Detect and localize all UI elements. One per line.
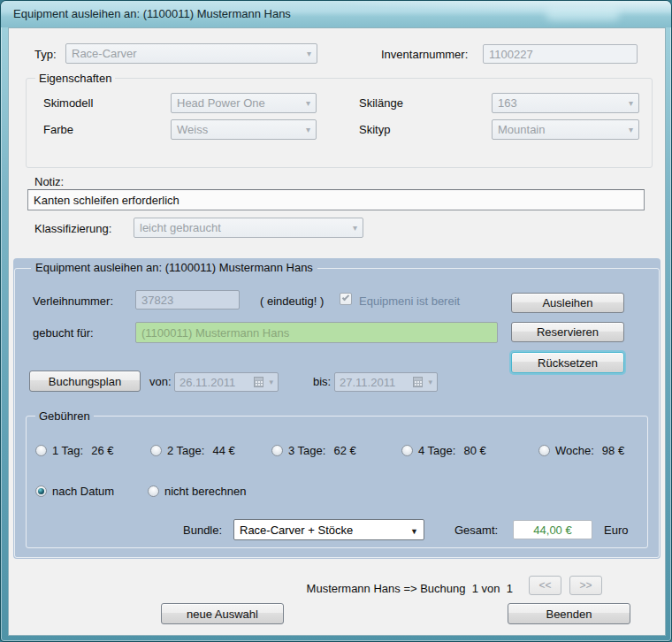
von-label: von:: [149, 375, 172, 388]
bundle-combobox[interactable]: Race-Carver + Stöcke ▼: [233, 519, 424, 540]
notiz-field[interactable]: Kanten schleifen erforderlich: [27, 189, 645, 210]
euro-label: Euro: [604, 524, 628, 537]
nach-datum-label: nach Datum: [52, 485, 114, 498]
verleihnummer-label: Verleihnummer:: [33, 294, 113, 308]
checkmark-icon: [342, 294, 349, 301]
gebucht-fuer-label: gebucht für:: [33, 326, 94, 340]
ausleihen-panel: Equipment ausleihen an: (1100011) Muster…: [13, 258, 661, 559]
nicht-berechnen-label: nicht berechnen: [164, 485, 247, 498]
panel-title: Equipment ausleihen an: (1100011) Muster…: [31, 261, 317, 274]
fee-price: 80 €: [463, 444, 485, 457]
klassifizierung-label: Klassifizierung:: [34, 222, 111, 235]
chevron-down-icon: ▾: [353, 223, 357, 233]
radio-icon: [538, 445, 550, 456]
buchungsplan-button[interactable]: Buchungsplan: [29, 371, 141, 392]
fee-label: Woche:: [555, 444, 594, 457]
skityp-label: Skityp: [359, 123, 390, 136]
notiz-value: Kanten schleifen erforderlich: [34, 194, 179, 207]
chevron-down-icon: ▾: [428, 378, 432, 386]
bereit-checkbox[interactable]: [340, 293, 352, 305]
chevron-down-icon: ▼: [410, 526, 418, 537]
skilaenge-combobox[interactable]: 163 ▾: [492, 93, 639, 113]
radio-icon: [150, 445, 162, 456]
beenden-button[interactable]: Beenden: [508, 603, 630, 624]
fee-price: 98 €: [602, 444, 624, 457]
skityp-value: Mountain: [498, 123, 545, 136]
radio-icon: [35, 445, 47, 456]
verleihnummer-field[interactable]: 37823: [135, 290, 240, 310]
fee-option-3-tage[interactable]: 3 Tage: 62 €: [271, 444, 356, 457]
chevron-down-icon: ▾: [629, 125, 633, 135]
neue-auswahl-button[interactable]: neue Auswahl: [161, 603, 284, 624]
skilaenge-label: Skilänge: [359, 96, 403, 110]
nicht-berechnen-radio[interactable]: nicht berechnen: [148, 485, 247, 498]
ausleihen-button[interactable]: Ausleihen: [511, 293, 624, 313]
inventarnummer-value: 1100227: [489, 48, 533, 61]
radio-icon: [271, 445, 283, 456]
prev-button[interactable]: <<: [529, 576, 561, 595]
skilaenge-value: 163: [498, 96, 517, 110]
calendar-icon: [254, 377, 263, 387]
farbe-label: Farbe: [43, 123, 73, 136]
von-date-value: 26.11.2011: [179, 376, 248, 389]
fee-price: 26 €: [91, 444, 113, 457]
chevron-down-icon: ▾: [307, 49, 311, 59]
gesamt-value: 44,00 €: [533, 524, 571, 537]
typ-combobox[interactable]: Race-Carver ▾: [65, 43, 317, 64]
fee-label: 1 Tag:: [52, 444, 83, 457]
fee-option-1-tag[interactable]: 1 Tag: 26 €: [35, 444, 114, 457]
klassifizierung-combobox[interactable]: leicht gebraucht ▾: [134, 218, 363, 238]
skimodell-label: Skimodell: [43, 96, 93, 110]
verleihnummer-value: 37823: [141, 294, 173, 307]
titlebar[interactable]: Equipment ausleihen an: (1100011) Muster…: [1, 1, 671, 27]
fee-label: 4 Tage:: [418, 444, 455, 457]
bundle-value: Race-Carver + Stöcke: [240, 524, 353, 537]
window-title: Equipment ausleihen an: (1100011) Muster…: [13, 7, 291, 20]
titlebar-blur: [546, 7, 620, 20]
klassifizierung-value: leicht gebraucht: [140, 221, 221, 234]
bis-label: bis:: [313, 375, 331, 388]
fee-option-4-tage[interactable]: 4 Tage: 80 €: [401, 444, 486, 457]
von-datepicker[interactable]: 26.11.2011 ▾: [174, 372, 279, 392]
next-button[interactable]: >>: [569, 576, 602, 595]
fee-price: 44 €: [212, 444, 234, 457]
fee-option-woche[interactable]: Woche: 98 €: [538, 444, 624, 457]
bis-datepicker[interactable]: 27.11.2011 ▾: [334, 372, 438, 392]
fee-label: 3 Tage:: [288, 444, 325, 457]
farbe-combobox[interactable]: Weiss ▾: [171, 119, 317, 140]
radio-icon: [401, 445, 413, 456]
bis-date-value: 27.11.2011: [340, 376, 408, 389]
chevron-down-icon: ▾: [629, 98, 633, 109]
gesamt-field[interactable]: 44,00 €: [513, 520, 592, 539]
gebuehren-groupbox: Gebühren 1 Tag: 26 € 2 Tage: 44 € 3 Tage…: [26, 416, 648, 548]
calendar-icon: [413, 377, 423, 387]
gebucht-fuer-value: (1100011) Mustermann Hans: [141, 326, 289, 340]
gebuehren-title: Gebühren: [35, 409, 94, 423]
skimodell-value: Head Power One: [177, 96, 265, 110]
farbe-value: Weiss: [177, 123, 208, 136]
radio-icon: [148, 485, 159, 497]
fee-label: 2 Tage:: [167, 444, 204, 457]
dialog-window: Equipment ausleihen an: (1100011) Muster…: [0, 0, 672, 642]
inventarnummer-label: Inventarnummer:: [381, 48, 468, 61]
typ-label: Typ:: [34, 48, 57, 61]
chevron-down-icon: ▾: [269, 378, 273, 386]
fee-option-2-tage[interactable]: 2 Tage: 44 €: [150, 444, 235, 457]
skityp-combobox[interactable]: Mountain ▾: [492, 119, 639, 140]
inventarnummer-field[interactable]: 1100227: [483, 44, 638, 64]
eigenschaften-title: Eigenschaften: [35, 72, 115, 85]
notiz-label: Notiz:: [34, 175, 64, 188]
skimodell-combobox[interactable]: Head Power One ▾: [171, 93, 317, 113]
fee-price: 62 €: [333, 444, 355, 457]
client-area: Typ: Race-Carver ▾ Inventarnummer: 11002…: [8, 27, 666, 636]
gesamt-label: Gesamt:: [454, 524, 498, 537]
radio-checked-icon: [35, 485, 47, 497]
ruecksetzen-button[interactable]: Rücksetzen: [511, 352, 624, 373]
typ-combobox-value: Race-Carver: [72, 47, 137, 60]
gebucht-fuer-field[interactable]: (1100011) Mustermann Hans: [135, 322, 498, 343]
chevron-down-icon: ▾: [306, 98, 310, 109]
reservieren-button[interactable]: Reservieren: [511, 322, 624, 342]
nach-datum-radio[interactable]: nach Datum: [35, 485, 114, 498]
bereit-checkbox-label: Equipmeni ist bereit: [359, 294, 460, 308]
eindeutig-hint: ( eindeutig! ): [260, 294, 324, 308]
